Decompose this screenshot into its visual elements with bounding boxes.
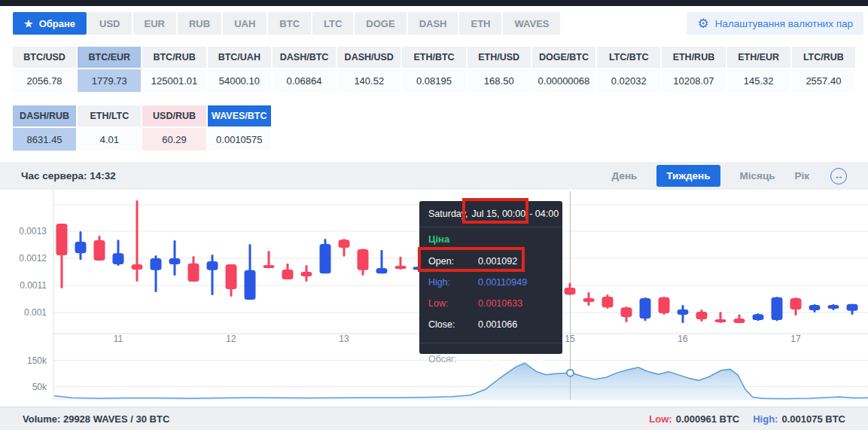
tooltip-row-label: Open:	[428, 256, 478, 267]
exchange-app: ★ОбранеUSDEURRUBUAHBTCLTCDOGEDASHETHWAVE…	[0, 0, 868, 436]
tooltip-row-open: Open:0.001092	[428, 251, 553, 272]
pair-rate: 2056.78	[13, 69, 76, 92]
pair-name: ETH/BTC	[402, 47, 465, 68]
pair-dash-rub[interactable]: DASH/RUB8631.45	[13, 105, 76, 151]
tooltip-volume-label: Обсяг:	[428, 354, 477, 364]
pair-btc-eur[interactable]: BTC/EUR1779.73	[78, 47, 141, 92]
tab-btc[interactable]: BTC	[268, 12, 311, 35]
pair-rate: 4.01	[78, 128, 141, 151]
footer-high: High:0.001075 BTC	[753, 413, 845, 425]
pair-eth-btc[interactable]: ETH/BTC0.08195	[402, 47, 465, 92]
gear-icon: ⚙	[697, 17, 708, 30]
tooltip-day: Saturday,	[428, 209, 468, 219]
period-button[interactable]: День	[612, 170, 638, 181]
pair-name: USD/RUB	[142, 105, 206, 127]
svg-text:12: 12	[226, 334, 236, 344]
pair-name: LTC/BTC	[597, 47, 660, 68]
tooltip-divider	[419, 343, 562, 343]
tooltip-divider	[419, 227, 562, 227]
high-label: High:	[753, 413, 778, 425]
pair-btc-rub[interactable]: BTC/RUB125001.01	[142, 47, 206, 92]
pair-name: BTC/RUB	[142, 47, 206, 68]
tooltip-row-high: High:0.00110949	[428, 272, 553, 293]
pair-btc-uah[interactable]: BTC/UAH54000.10	[208, 47, 271, 92]
pair-rate: 0.06864	[273, 69, 336, 92]
high-value: 0.001075 BTC	[781, 413, 845, 425]
pair-eth-ltc[interactable]: ETH/LTC4.01	[78, 105, 141, 151]
low-label: Low:	[649, 413, 672, 425]
tab-dash[interactable]: DASH	[408, 12, 458, 35]
svg-text:13: 13	[339, 334, 349, 344]
pair-name: LTC/RUB	[792, 47, 855, 68]
tooltip-ohlc-rows: Open:0.001092High:0.00110949Low:0.001063…	[428, 251, 553, 335]
top-dark-strip	[0, 0, 868, 6]
svg-text:150k: 150k	[27, 355, 47, 366]
tooltip-row-label: Close:	[428, 319, 478, 330]
pair-rate: 1779.73	[78, 69, 141, 92]
pair-name: ETH/USD	[468, 47, 531, 68]
tooltip-volume-row: Обсяг: 102412.22470455	[428, 349, 553, 369]
pair-btc-usd[interactable]: BTC/USD2056.78	[13, 47, 76, 92]
pair-dash-usd[interactable]: DASH/USD140.52	[337, 47, 400, 92]
currency-pairs-settings-button[interactable]: ⚙ Налаштування валютних пар	[687, 12, 863, 35]
pair-rate: 60.29	[142, 128, 206, 151]
tooltip-row-label: High:	[428, 277, 478, 288]
tab-doge[interactable]: DOGE	[355, 12, 406, 35]
currency-tabs-bar: ★ОбранеUSDEURRUBUAHBTCLTCDOGEDASHETHWAVE…	[13, 12, 560, 35]
tab-uah[interactable]: UAH	[223, 12, 266, 35]
pair-rate: 0.0010575	[208, 128, 271, 151]
tab-ltc[interactable]: LTC	[312, 12, 353, 35]
period-button[interactable]: Тиждень	[656, 165, 720, 187]
pair-doge-btc[interactable]: DOGE/BTC0.00000068	[532, 47, 595, 92]
tooltip-row-label: Low:	[428, 298, 478, 309]
tooltip-row-value: 0.001092	[478, 256, 517, 267]
pair-waves-btc[interactable]: WAVES/BTC0.0010575	[208, 105, 271, 151]
low-value: 0.000961 BTC	[676, 413, 740, 425]
pair-dash-btc[interactable]: DASH/BTC0.06864	[273, 47, 336, 92]
pair-name: DASH/RUB	[13, 105, 76, 127]
tooltip-row-value: 0.0010633	[478, 298, 522, 309]
server-time-label: Час сервера: 14:32	[21, 170, 116, 181]
tooltip-header: Saturday, Jul 15, 00:00 - 04:00	[428, 209, 553, 219]
settings-label: Налаштування валютних пар	[715, 18, 853, 29]
tooltip-date: Jul 15, 00:00	[472, 209, 526, 219]
svg-text:50k: 50k	[32, 382, 47, 392]
tab-favorites[interactable]: ★Обране	[13, 12, 87, 35]
pair-name: BTC/EUR	[78, 47, 141, 68]
svg-text:0.001: 0.001	[24, 307, 47, 318]
pair-name: ETH/EUR	[727, 47, 790, 68]
pair-ltc-btc[interactable]: LTC/BTC0.02032	[597, 47, 660, 92]
pair-rate: 0.02032	[597, 69, 660, 92]
pair-ltc-rub[interactable]: LTC/RUB2557.40	[792, 47, 855, 92]
arrows-horizontal-circle-icon[interactable]: ↔	[830, 168, 847, 184]
pair-name: BTC/USD	[13, 47, 76, 68]
period-button[interactable]: Місяць	[740, 170, 775, 181]
svg-text:16: 16	[678, 334, 688, 344]
tab-eth[interactable]: ETH	[459, 12, 501, 35]
pair-rate: 0.08195	[402, 69, 465, 92]
pair-rate: 0.00000068	[532, 69, 595, 92]
tooltip-row-close: Close:0.001066	[428, 314, 553, 335]
svg-text:0.0013: 0.0013	[19, 226, 47, 236]
tab-waves[interactable]: WAVES	[503, 12, 560, 35]
tab-rub[interactable]: RUB	[178, 12, 221, 35]
pair-rate: 140.52	[337, 69, 400, 92]
chart-footer: Volume: 29928 WAVES / 30 BTC Low:0.00096…	[0, 407, 868, 430]
pair-usd-rub[interactable]: USD/RUB60.29	[142, 105, 206, 151]
tab-usd[interactable]: USD	[88, 12, 131, 35]
pair-name: WAVES/BTC	[208, 105, 271, 127]
pair-eth-usd[interactable]: ETH/USD168.50	[468, 47, 531, 92]
tooltip-section-title: Ціна	[428, 233, 553, 245]
pair-rate: 54000.10	[208, 69, 271, 92]
svg-text:0.0012: 0.0012	[19, 253, 47, 264]
pair-rate: 125001.01	[142, 69, 206, 92]
svg-text:17: 17	[790, 334, 801, 344]
star-icon: ★	[24, 18, 33, 29]
pair-rate: 145.32	[727, 69, 790, 92]
pair-eth-rub[interactable]: ETH/RUB10208.07	[662, 47, 725, 92]
pair-eth-eur[interactable]: ETH/EUR145.32	[727, 47, 790, 92]
tab-eur[interactable]: EUR	[133, 12, 176, 35]
svg-text:0.0011: 0.0011	[20, 280, 47, 291]
period-button[interactable]: Рік	[794, 170, 809, 181]
pairs-table-row1: BTC/USD2056.78BTC/EUR1779.73BTC/RUB12500…	[13, 47, 855, 92]
